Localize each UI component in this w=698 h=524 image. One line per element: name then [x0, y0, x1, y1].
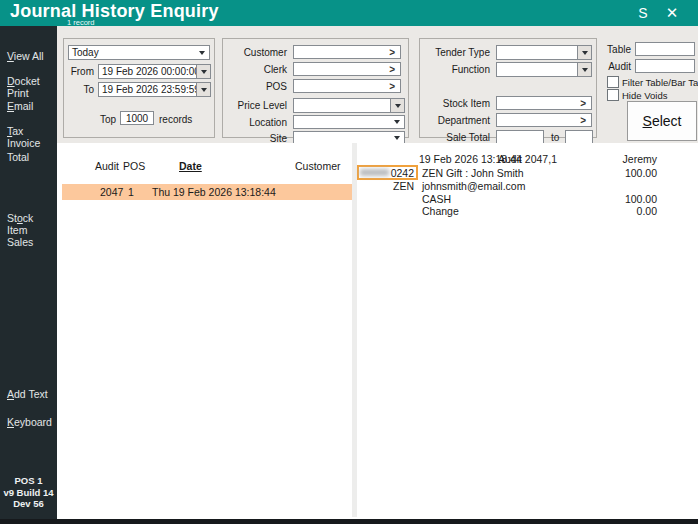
sidebar-item-view-all[interactable]: View All — [7, 50, 53, 62]
lookup-chevron-icon[interactable]: > — [389, 64, 395, 75]
chevron-down-icon — [201, 88, 207, 92]
function-dropdown-button[interactable] — [577, 63, 591, 76]
sale-total-to-label: to — [551, 132, 559, 143]
clerk-field[interactable]: > — [293, 62, 401, 76]
sidebar-item-tax-invoice[interactable]: Tax Invoice — [7, 125, 53, 149]
misc-filter-panel: Table Audit Filter Table/Bar Tabs Hide V… — [605, 38, 698, 143]
date-filter-group: Today From 19 Feb 2026 00:00:00 To 19 Fe… — [63, 38, 215, 138]
row-date: Thu 19 Feb 2026 13:18:44 — [152, 186, 276, 198]
sale-total-to-input[interactable] — [565, 130, 593, 144]
filter-table-bar-tabs-label: Filter Table/Bar Tabs — [622, 77, 698, 88]
hide-voids-checkbox[interactable] — [607, 89, 619, 101]
pos-label: POS — [223, 81, 287, 92]
sale-total-label: Sale Total — [420, 132, 490, 143]
tender-type-combobox[interactable] — [496, 45, 592, 60]
shrink-button[interactable]: S — [631, 2, 655, 24]
window-title: Journal History Enquiry — [10, 1, 219, 22]
sale-total-from-input[interactable] — [496, 130, 544, 144]
price-level-dropdown-button[interactable] — [390, 99, 404, 112]
title-bar: Journal History Enquiry 1 record S ✕ — [0, 0, 698, 26]
to-date-dropdown-button[interactable] — [196, 83, 210, 96]
entity-filter-group: Customer > Clerk > POS > Price Level Loc… — [222, 38, 409, 138]
gift-line-amount: 100.00 — [625, 167, 657, 179]
chevron-down-icon — [395, 104, 401, 108]
dev-version: Dev 56 — [0, 498, 57, 510]
row-audit: 2047 — [100, 186, 123, 198]
gift-line-text: ZEN Gift : John Smith — [422, 167, 524, 179]
journal-history-enquiry-window: Journal History Enquiry 1 record S ✕ Vie… — [0, 0, 698, 524]
change-line-amount: 0.00 — [637, 205, 657, 217]
filter-table-bar-tabs-checkbox[interactable] — [607, 76, 619, 88]
from-label: From — [64, 66, 94, 77]
customer-field[interactable]: > — [293, 45, 401, 59]
sidebar-item-stock-item-sales[interactable]: Stock Item Sales — [7, 212, 53, 248]
chevron-down-icon — [582, 51, 588, 55]
location-combobox[interactable] — [293, 115, 405, 129]
date-preset-combobox[interactable]: Today — [68, 45, 210, 60]
chevron-down-icon — [201, 70, 207, 74]
pos-number: POS 1 — [0, 475, 57, 487]
sidebar-item-add-text[interactable]: Add Text — [7, 388, 53, 400]
column-header-audit[interactable]: Audit — [95, 160, 119, 172]
column-header-date[interactable]: Date — [179, 160, 202, 172]
function-label: Function — [420, 64, 490, 75]
redacted-blur — [360, 169, 389, 176]
table-input[interactable] — [635, 42, 695, 56]
department-field[interactable]: > — [496, 113, 592, 127]
department-label: Department — [420, 115, 490, 126]
column-header-pos[interactable]: POS — [123, 160, 145, 172]
to-date-field[interactable]: 19 Feb 2026 23:59:59 — [98, 82, 211, 97]
hide-voids-checkbox-row[interactable]: Hide Voids — [607, 89, 667, 101]
sidebar-item-total[interactable]: Total — [7, 151, 53, 163]
audit-input[interactable] — [635, 59, 695, 73]
row-pos: 1 — [128, 186, 134, 198]
top-records-input[interactable]: 1000 — [120, 111, 154, 125]
lookup-chevron-icon[interactable]: > — [580, 115, 586, 126]
tender-type-label: Tender Type — [420, 47, 490, 58]
email-line-code: ZEN — [357, 180, 414, 192]
sidebar-item-keyboard[interactable]: Keyboard — [7, 416, 53, 428]
chevron-down-icon — [199, 51, 205, 55]
tender-type-dropdown-button[interactable] — [577, 46, 591, 59]
customer-label: Customer — [223, 47, 287, 58]
filter-bar: Today From 19 Feb 2026 00:00:00 To 19 Fe… — [57, 26, 698, 143]
table-label: Table — [605, 44, 631, 55]
tender-line-amount: 100.00 — [625, 193, 657, 205]
journal-row-selected[interactable]: 2047 1 Thu 19 Feb 2026 13:18:44 — [62, 184, 352, 200]
sidebar-item-docket-print[interactable]: Docket Print — [7, 75, 53, 99]
detail-audit-ref: Audit 2047,1 — [498, 153, 557, 165]
pos-field[interactable]: > — [293, 79, 401, 93]
pos-version-info: POS 1 v9 Build 14 Dev 56 — [0, 475, 57, 510]
from-date-field[interactable]: 19 Feb 2026 00:00:00 — [98, 64, 211, 79]
price-level-combobox[interactable] — [293, 98, 405, 113]
email-line-text: johnsmith@email.com — [422, 180, 525, 192]
detail-clerk-name: Jeremy — [623, 153, 657, 165]
stock-item-label: Stock Item — [420, 98, 490, 109]
column-header-customer[interactable]: Customer — [295, 160, 341, 172]
from-date-dropdown-button[interactable] — [196, 65, 210, 78]
change-line-text: Change — [422, 205, 459, 217]
function-combobox[interactable] — [496, 62, 592, 77]
stock-item-field[interactable]: > — [496, 96, 592, 110]
lookup-chevron-icon[interactable]: > — [580, 98, 586, 109]
build-version: v9 Build 14 — [0, 487, 57, 499]
chevron-down-icon — [582, 68, 588, 72]
sidebar: View All Docket Print Email Tax Invoice … — [0, 26, 57, 524]
lookup-chevron-icon[interactable]: > — [389, 81, 395, 92]
records-label: records — [159, 114, 192, 125]
top-label: Top — [100, 114, 116, 125]
sidebar-item-email[interactable]: Email — [7, 100, 53, 112]
lookup-chevron-icon[interactable]: > — [389, 47, 395, 58]
audit-label: Audit — [605, 61, 631, 72]
select-button[interactable]: Select — [627, 101, 697, 141]
filter-table-bar-tabs-checkbox-row[interactable]: Filter Table/Bar Tabs — [607, 76, 698, 88]
journal-detail-panel: 19 Feb 2026 13:18:44 Audit 2047,1 Jeremy… — [357, 143, 698, 517]
clerk-label: Clerk — [223, 64, 287, 75]
code-suffix: 0242 — [391, 167, 414, 179]
close-icon[interactable]: ✕ — [660, 2, 684, 24]
to-label: To — [64, 84, 94, 95]
journal-list-panel: Audit POS Date Customer 2047 1 Thu 19 Fe… — [57, 143, 352, 517]
hide-voids-label: Hide Voids — [622, 90, 667, 101]
tender-line-text: CASH — [422, 193, 451, 205]
chevron-down-icon — [394, 120, 400, 124]
